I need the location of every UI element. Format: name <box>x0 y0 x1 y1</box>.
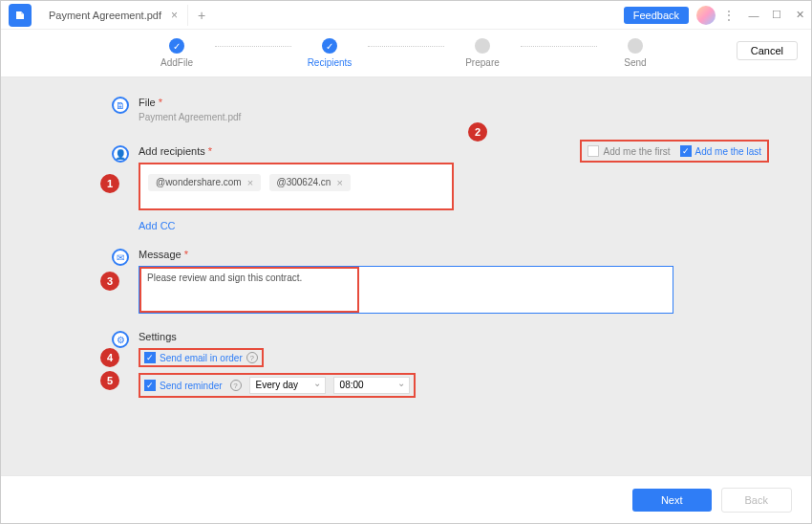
check-icon: ✓ <box>169 38 184 54</box>
add-me-last-checkbox[interactable]: ✓ Add me the last <box>680 145 761 157</box>
close-window-button[interactable]: ✕ <box>788 4 811 27</box>
step-recipients[interactable]: ✓ Recipients <box>291 38 368 68</box>
next-button[interactable]: Next <box>632 489 712 512</box>
maximize-button[interactable]: ☐ <box>765 4 788 27</box>
minimize-button[interactable]: — <box>742 4 765 27</box>
file-label: File * <box>139 97 673 108</box>
checkbox-icon: ✓ <box>144 352 156 363</box>
pending-icon <box>628 38 643 54</box>
settings-label: Settings <box>139 331 673 342</box>
reminder-time-select[interactable]: 08:00 <box>333 377 410 394</box>
step-line <box>215 46 291 47</box>
send-order-checkbox[interactable]: ✓ Send email in order <box>144 352 243 363</box>
more-menu-icon[interactable]: ⋮ <box>723 9 735 22</box>
back-button[interactable]: Back <box>721 488 792 513</box>
document-tab[interactable]: Payment Agreement.pdf × <box>39 5 188 26</box>
message-label: Message * <box>139 249 673 260</box>
add-cc-link[interactable]: Add CC <box>139 220 673 231</box>
send-reminder-row: ✓ Send reminder ? Every day 08:00 <box>139 373 416 398</box>
step-label: Recipients <box>308 57 353 68</box>
checkbox-icon: ✓ <box>144 380 156 391</box>
checkbox-icon <box>588 145 599 157</box>
check-icon: ✓ <box>322 38 337 54</box>
file-name: Payment Agreement.pdf <box>139 112 673 122</box>
step-label: Send <box>624 57 646 68</box>
step-addfile[interactable]: ✓ AddFile <box>139 38 215 68</box>
app-icon <box>9 4 32 27</box>
message-text: Please review and sign this contract. <box>147 273 302 283</box>
step-line <box>368 46 444 47</box>
user-avatar[interactable] <box>696 6 716 25</box>
step-label: AddFile <box>160 57 193 68</box>
annotation-badge-4: 4 <box>100 348 119 367</box>
step-label: Prepare <box>465 57 500 68</box>
reminder-frequency-select[interactable]: Every day <box>249 377 326 394</box>
checkbox-icon: ✓ <box>680 145 692 157</box>
annotation-badge-1: 1 <box>100 174 119 193</box>
add-me-first-checkbox[interactable]: Add me the first <box>588 145 670 157</box>
mail-icon: ✉ <box>112 249 129 266</box>
message-highlight: Please review and sign this contract. <box>139 267 359 313</box>
pending-icon <box>475 38 490 54</box>
recipients-section: 👤 Add recipients * 1 @wondershare.com × … <box>139 145 673 231</box>
annotation-badge-2: 2 <box>468 122 487 142</box>
recipients-input[interactable]: @wondershare.com × @300624.cn × <box>139 163 454 210</box>
cancel-button[interactable]: Cancel <box>737 41 798 60</box>
footer-bar: Next Back <box>1 475 811 523</box>
content-area: 🗎 File * Payment Agreement.pdf 👤 Add rec… <box>1 77 811 475</box>
file-section: 🗎 File * Payment Agreement.pdf <box>139 97 673 122</box>
file-icon: 🗎 <box>112 97 129 114</box>
help-icon[interactable]: ? <box>230 380 242 391</box>
recipient-chip: @wondershare.com × <box>148 174 261 191</box>
add-tab-button[interactable]: + <box>198 8 205 23</box>
step-line <box>521 46 597 47</box>
settings-section: ⚙ Settings 4 ✓ Send email in order ? 5 ✓… <box>139 331 673 398</box>
step-send[interactable]: Send <box>597 38 673 68</box>
annotation-badge-5: 5 <box>100 371 119 390</box>
person-icon: 👤 <box>112 145 129 163</box>
remove-chip-icon[interactable]: × <box>336 177 342 188</box>
remove-chip-icon[interactable]: × <box>247 177 253 188</box>
send-reminder-checkbox[interactable]: ✓ Send reminder <box>144 380 223 391</box>
annotation-badge-3: 3 <box>100 272 119 291</box>
feedback-button[interactable]: Feedback <box>624 7 689 24</box>
add-me-options: Add me the first ✓ Add me the last <box>580 140 769 163</box>
message-section: ✉ Message * 3 Please review and sign thi… <box>139 249 673 314</box>
gear-icon: ⚙ <box>112 331 129 348</box>
recipient-chip: @300624.cn × <box>269 174 351 191</box>
help-icon[interactable]: ? <box>246 352 258 363</box>
message-textarea[interactable]: Please review and sign this contract. <box>139 266 673 314</box>
title-bar: Payment Agreement.pdf × + Feedback ⋮ — ☐… <box>1 1 811 30</box>
stepper-bar: ✓ AddFile ✓ Recipients Prepare Send Canc… <box>1 30 811 77</box>
tab-close-icon[interactable]: × <box>171 9 178 22</box>
send-order-row: ✓ Send email in order ? <box>139 348 264 367</box>
step-prepare[interactable]: Prepare <box>444 38 521 68</box>
tab-title: Payment Agreement.pdf <box>49 10 161 21</box>
